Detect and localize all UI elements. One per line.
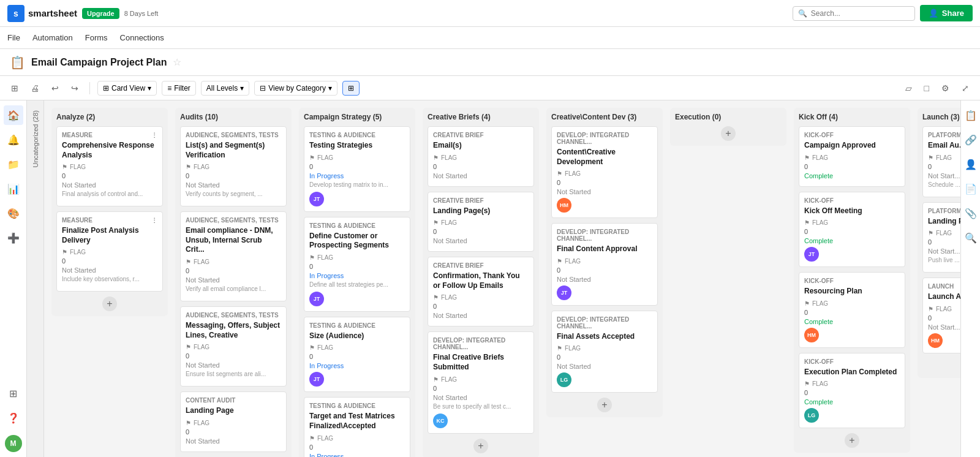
card[interactable]: KICK-OFFCampaign Approved⚑FLAG0Complete (799, 126, 905, 187)
card[interactable]: KICK-OFFResourcing Plan⚑FLAG0CompleteHM (799, 272, 905, 348)
column-audits: Audits (10) Audience, Segments, TestsLis… (175, 108, 292, 457)
card[interactable]: MEASURE⋮Finalize Post Analysis Delivery⚑… (56, 211, 163, 292)
card[interactable]: Audience, Segments, TestsMessaging, Offe… (180, 306, 287, 387)
menu-file[interactable]: File (7, 33, 20, 42)
undo-button[interactable]: ↩ (48, 81, 62, 96)
card[interactable]: KICK-OFFExecution Plan Completed⚑FLAG0Co… (799, 353, 905, 429)
settings-button[interactable]: ⚙ (938, 81, 953, 96)
share-button[interactable]: 👤 Share (920, 5, 973, 21)
add-card-button-creative_content_dev[interactable]: + (597, 398, 612, 412)
card-count: 0 (557, 266, 652, 274)
sidebar-user[interactable]: M (4, 432, 23, 452)
view-by-button[interactable]: ⊟ View by Category ▾ (254, 81, 337, 96)
sidebar-home[interactable]: 🏠 (4, 105, 23, 125)
share-icon: 👤 (929, 9, 938, 18)
sidebar-help[interactable]: ❓ (4, 408, 23, 428)
card-title: Landing P... (928, 217, 960, 227)
sidebar-grid[interactable]: ⊞ (4, 383, 23, 403)
card-count: 0 (309, 444, 405, 451)
card-title: Comprehensive Response Analysis (62, 141, 157, 160)
rs-user[interactable]: 👤 (961, 154, 981, 174)
print-button[interactable]: 🖨 (27, 81, 43, 96)
filter-button[interactable]: ≡ Filter (162, 81, 196, 96)
card-title: Content\Creative Development (557, 148, 652, 167)
card-menu-icon[interactable]: ⋮ (151, 132, 157, 138)
card-flag: ⚑FLAG (309, 435, 405, 442)
column-title-analyze: Analyze (2) (56, 113, 95, 121)
card-title: Email compliance - DNM, Unsub, Internal … (186, 226, 281, 255)
card-status: Not Started (433, 237, 529, 244)
menu-forms[interactable]: Forms (85, 33, 108, 42)
redo-button[interactable]: ↪ (67, 81, 82, 96)
card[interactable]: MEASURE⋮Comprehensive Response Analysis⚑… (56, 126, 163, 206)
card-tag: KICK-OFF (804, 197, 900, 204)
card-tag: TESTING & AUDIENCE (309, 322, 405, 329)
card[interactable]: DEVELOP: INTEGRATED CHANNEL...Final Crea… (428, 331, 534, 433)
rs-search[interactable]: 🔍 (961, 228, 981, 247)
card[interactable]: Content AuditLanding Page⚑FLAG0Not Start… (180, 391, 287, 452)
levels-button[interactable]: All Levels ▾ (201, 81, 249, 96)
brand-name: smartsheet (28, 8, 77, 18)
menu-connections[interactable]: Connections (120, 33, 164, 42)
card-count: 0 (309, 353, 405, 360)
search-input[interactable] (811, 9, 903, 18)
active-view-button[interactable]: ⊞ (342, 81, 360, 96)
star-icon[interactable]: ☆ (173, 56, 181, 68)
card[interactable]: PlatformsEmail Au...⚑FLAG0Not Start...Sc… (922, 126, 960, 197)
card-view-button[interactable]: ⊞ Card View ▾ (97, 81, 157, 96)
card[interactable]: KICK-OFFKick Off Meeting⚑FLAG0CompleteJT (799, 192, 905, 268)
minimize-button[interactable]: ▱ (902, 81, 916, 96)
card-status: Not Started (186, 276, 281, 284)
rs-link[interactable]: 🔗 (961, 130, 981, 149)
sidebar-add[interactable]: ➕ (4, 228, 23, 247)
card[interactable]: TESTING & AUDIENCEDefine Customer or Pro… (304, 217, 410, 312)
card-title: Final Creative Briefs Submitted (433, 353, 529, 372)
card-tag: Creative Brief (433, 132, 529, 138)
flag-icon: ⚑ (309, 254, 315, 261)
menu-automation[interactable]: Automation (32, 33, 73, 42)
maximize-button[interactable]: □ (921, 81, 933, 96)
sidebar-palette[interactable]: 🎨 (4, 203, 23, 223)
card[interactable]: DEVELOP: INTEGRATED CHANNEL...Final Asse… (551, 311, 658, 393)
card-flag: ⚑FLAG (928, 154, 960, 161)
card[interactable]: DEVELOP: INTEGRATED CHANNEL...Content\Cr… (551, 126, 658, 218)
card-title: Email(s) (433, 141, 529, 151)
card-status: Not Started (186, 181, 281, 189)
card-tag: TESTING & AUDIENCE (309, 222, 405, 229)
card[interactable]: Creative BriefConfirmation, Thank You or… (428, 257, 534, 327)
expand-button[interactable]: ⤢ (958, 81, 973, 96)
card-flag: ⚑FLAG (309, 254, 405, 261)
add-card-button-creative_briefs[interactable]: + (473, 439, 488, 453)
add-card-button-kick_off[interactable]: + (845, 433, 859, 448)
card[interactable]: TESTING & AUDIENCESize (Audience)⚑FLAG0I… (304, 317, 410, 393)
column-title-kick_off: Kick Off (4) (799, 113, 838, 121)
upgrade-button[interactable]: Upgrade (82, 8, 119, 19)
grid-view-button[interactable]: ⊞ (7, 81, 22, 96)
card[interactable]: TESTING & AUDIENCETesting Strategies⚑FLA… (304, 126, 410, 212)
sidebar-charts[interactable]: 📊 (4, 179, 23, 198)
card-menu-icon[interactable]: ⋮ (151, 217, 157, 224)
flag-icon: ⚑ (557, 345, 562, 352)
card[interactable]: LAUNCHLaunch A...⚑FLAG0Not Start...HM (922, 278, 960, 353)
card-title: Campaign Approved (804, 141, 900, 151)
card[interactable]: DEVELOP: INTEGRATED CHANNEL...Final Cont… (551, 223, 658, 306)
card[interactable]: PlatformsLanding P...⚑FLAG0Not Start...P… (922, 202, 960, 273)
card-tag: DEVELOP: INTEGRATED CHANNEL... (557, 316, 652, 330)
sidebar-files[interactable]: 📁 (4, 154, 23, 174)
card-flag: ⚑FLAG (804, 300, 900, 307)
card[interactable]: Audience, Segments, TestsEmail complianc… (180, 211, 287, 301)
rs-doc[interactable]: 📄 (961, 179, 981, 198)
flag-icon: ⚑ (186, 259, 191, 265)
sidebar-notifications[interactable]: 🔔 (4, 130, 23, 149)
card[interactable]: Creative BriefLanding Page(s)⚑FLAG0Not S… (428, 192, 534, 252)
card[interactable]: Audience, Segments, TestsList(s) and Seg… (180, 126, 287, 206)
card-tag: Creative Brief (433, 262, 529, 269)
rs-clipboard[interactable]: 📋 (961, 105, 981, 125)
add-card-button-analyze[interactable]: + (102, 296, 117, 311)
card[interactable]: TESTING & AUDIENCETarget and Test Matric… (304, 397, 410, 457)
card-flag: ⚑FLAG (433, 376, 529, 383)
column-launch: Launch (3) PlatformsEmail Au...⚑FLAG0Not… (918, 108, 960, 378)
card[interactable]: Creative BriefEmail(s)⚑FLAG0Not Started (428, 126, 534, 187)
rs-attach[interactable]: 📎 (961, 203, 981, 223)
add-card-button-execution[interactable]: + (721, 126, 736, 141)
